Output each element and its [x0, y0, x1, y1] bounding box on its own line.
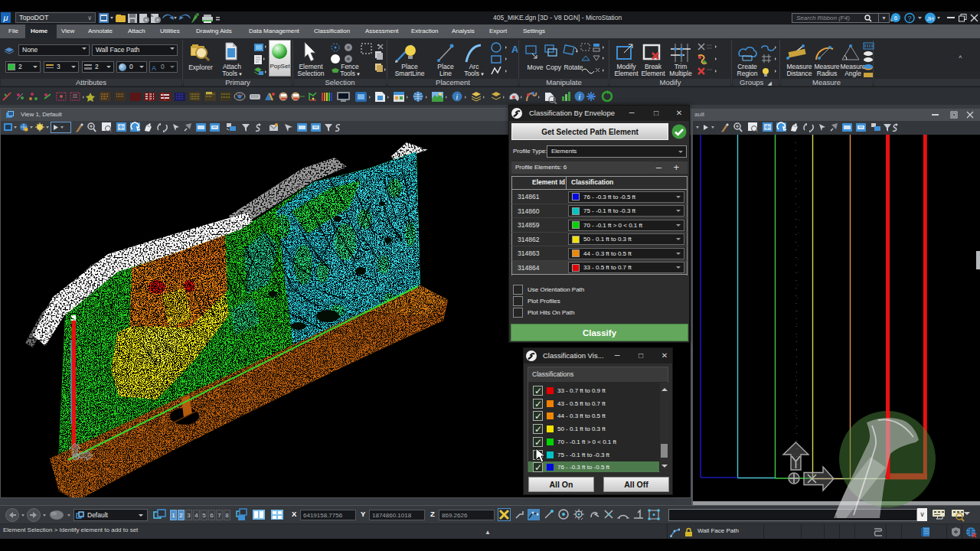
- svg-text:i: i: [579, 93, 581, 101]
- svg-text:JH: JH: [926, 15, 933, 22]
- svg-text:?: ?: [907, 15, 911, 22]
- svg-text:A: A: [511, 44, 518, 55]
- svg-text:6: 6: [894, 15, 898, 21]
- svg-text:i: i: [456, 93, 459, 101]
